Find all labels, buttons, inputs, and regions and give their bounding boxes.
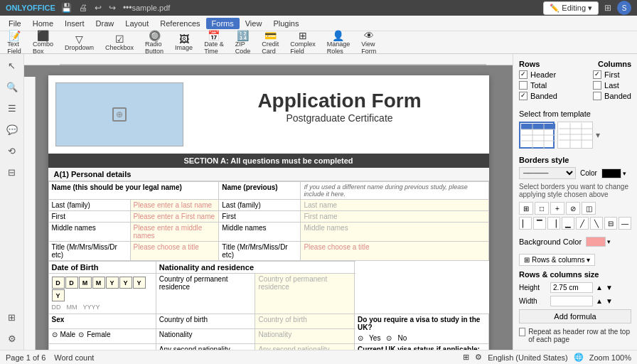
- first-name-input[interactable]: Please enter a First name: [130, 211, 219, 223]
- dob-box-d1[interactable]: D: [52, 277, 65, 289]
- language-selector[interactable]: English (United States): [488, 353, 568, 362]
- country-perm-input[interactable]: Country of permanent residence: [255, 274, 355, 314]
- repeat-checkbox[interactable]: [519, 328, 525, 336]
- last-col-checkbox[interactable]: [593, 81, 601, 90]
- first-col-checkbox[interactable]: [593, 70, 601, 79]
- manage-roles-btn[interactable]: 👤 ManageRoles: [323, 29, 355, 56]
- middle-names-label-2: Middle names: [219, 223, 301, 242]
- middle-names-input[interactable]: Please enter a middle names: [130, 223, 219, 242]
- width-up-btn[interactable]: ▲: [596, 297, 603, 305]
- dob-box-y1[interactable]: Y: [106, 277, 119, 289]
- sidebar-track[interactable]: ⟲: [4, 142, 21, 159]
- dob-box-y2[interactable]: Y: [119, 277, 132, 289]
- height-up-btn[interactable]: ▲: [596, 284, 603, 291]
- nationality-input[interactable]: Nationality: [255, 329, 355, 344]
- template-option2[interactable]: [557, 122, 593, 149]
- border-none-btn[interactable]: ⊘: [566, 202, 580, 215]
- border-all-btn[interactable]: ⊞: [519, 202, 533, 215]
- save-icon[interactable]: 💾: [61, 3, 72, 13]
- zip-btn[interactable]: 🔢 ZIPCode: [231, 29, 255, 56]
- rows-cols-button[interactable]: ⊞ Rows & columns ▾: [519, 254, 595, 266]
- status-icon1[interactable]: ⊞: [463, 353, 469, 362]
- color-picker[interactable]: ▾: [601, 168, 626, 178]
- undo-icon[interactable]: ↩: [95, 3, 102, 13]
- middle-names-ph-input[interactable]: Middle names: [301, 223, 488, 242]
- title-input-1[interactable]: Please choose a title: [130, 242, 219, 261]
- menu-file[interactable]: File: [3, 18, 27, 29]
- border-extra1-btn[interactable]: ◫: [582, 202, 596, 215]
- first-name-ph-input[interactable]: First name: [301, 211, 488, 223]
- last-name-ph-input[interactable]: Last name: [301, 200, 488, 211]
- add-formula-button[interactable]: Add formula: [519, 309, 631, 323]
- zoom-level[interactable]: Zoom 100%: [589, 353, 631, 362]
- border-bottom-btn[interactable]: ▁: [562, 217, 574, 230]
- borders-section: Borders style ───── - - - - ····· Color …: [519, 156, 631, 230]
- border-extra5-btn[interactable]: —: [619, 217, 631, 230]
- dob-box-y4[interactable]: Y: [52, 289, 65, 301]
- second-nationality-input[interactable]: Any second nationality: [255, 344, 355, 350]
- menu-draw[interactable]: Draw: [90, 18, 120, 29]
- banded-row-checkbox[interactable]: [519, 92, 528, 100]
- dob-box-y3[interactable]: Y: [133, 277, 146, 289]
- border-inner-btn[interactable]: +: [550, 202, 564, 215]
- sidebar-header[interactable]: ☰: [4, 100, 21, 117]
- menu-references[interactable]: References: [154, 18, 205, 29]
- sidebar-search[interactable]: 🔍: [4, 78, 21, 95]
- status-icon2[interactable]: ⚙: [475, 353, 482, 362]
- bg-color-picker[interactable]: ▾: [586, 237, 611, 247]
- sidebar-bottom2[interactable]: ⚙: [4, 330, 21, 347]
- image-btn[interactable]: 🖼 Image: [171, 33, 197, 53]
- datetime-btn[interactable]: 📅 Date &Time: [200, 29, 228, 56]
- last-name-input[interactable]: Please enter a last name: [130, 200, 219, 211]
- width-down-btn[interactable]: ▼: [606, 297, 613, 305]
- height-input[interactable]: [550, 282, 593, 293]
- menu-view[interactable]: View: [240, 18, 268, 29]
- redo-icon[interactable]: ↪: [109, 3, 116, 13]
- avatar: S: [617, 1, 631, 15]
- height-down-btn[interactable]: ▼: [606, 284, 613, 291]
- border-top-btn[interactable]: ▔: [533, 217, 546, 230]
- radio-btn[interactable]: 🔘 RadioButton: [141, 29, 168, 56]
- menu-home[interactable]: Home: [27, 18, 59, 29]
- banded-col-row: Banded: [593, 92, 631, 100]
- border-outer-btn[interactable]: □: [535, 202, 549, 215]
- view-form-btn[interactable]: 👁 ViewForm: [357, 29, 380, 56]
- dob-box-m1[interactable]: M: [79, 277, 92, 289]
- sidebar-compare[interactable]: ⊟: [4, 164, 21, 181]
- menu-insert[interactable]: Insert: [59, 18, 90, 29]
- text-field-btn[interactable]: 📝 TextField: [3, 29, 26, 56]
- title-input-2[interactable]: Please choose a title: [301, 242, 488, 261]
- border-style-select[interactable]: ───── - - - - ·····: [519, 167, 576, 179]
- border-extra4-btn[interactable]: ⊟: [604, 217, 617, 230]
- sidebar-cursor[interactable]: ↖: [4, 57, 21, 74]
- more-icon[interactable]: •••: [123, 3, 132, 13]
- menu-layout[interactable]: Layout: [119, 18, 154, 29]
- sidebar-comment[interactable]: 💬: [4, 121, 21, 138]
- dob-box-d2[interactable]: D: [65, 277, 78, 289]
- dob-box-m2[interactable]: M: [92, 277, 105, 289]
- width-input[interactable]: [550, 296, 593, 306]
- forms-toolbar: 📝 TextField ⬛ ComboBox ▽ Dropdown ☑ Chec…: [0, 31, 637, 54]
- border-left-btn[interactable]: ▏: [519, 217, 532, 230]
- checkbox-btn[interactable]: ☑ Checkbox: [101, 33, 138, 53]
- total-checkbox[interactable]: [519, 81, 528, 90]
- country-birth-input[interactable]: Country of birth: [255, 314, 355, 329]
- share-icon[interactable]: ⊞: [604, 3, 611, 13]
- print-icon[interactable]: 🖨: [79, 3, 87, 13]
- word-count[interactable]: Word count: [54, 353, 94, 362]
- border-extra3-btn[interactable]: ╲: [590, 217, 603, 230]
- header-checkbox[interactable]: [519, 70, 528, 79]
- border-right-btn[interactable]: ▕: [547, 217, 560, 230]
- menu-plugins[interactable]: Plugins: [267, 18, 304, 29]
- template-more-btn[interactable]: ▾: [596, 130, 600, 140]
- dropdown-btn[interactable]: ▽ Dropdown: [60, 33, 98, 53]
- editing-button[interactable]: ✏️ Editing ▾: [543, 1, 599, 15]
- menu-forms[interactable]: Forms: [206, 18, 240, 29]
- template-selected[interactable]: [519, 122, 555, 149]
- border-extra2-btn[interactable]: ╱: [576, 217, 589, 230]
- banded-col-checkbox[interactable]: [593, 92, 601, 100]
- sidebar-bottom1[interactable]: ⊞: [4, 309, 21, 326]
- credit-card-btn[interactable]: 💳 CreditCard: [257, 29, 283, 56]
- combo-box-btn[interactable]: ⬛ ComboBox: [28, 29, 58, 56]
- complex-field-btn[interactable]: ⊞ ComplexField: [286, 29, 320, 56]
